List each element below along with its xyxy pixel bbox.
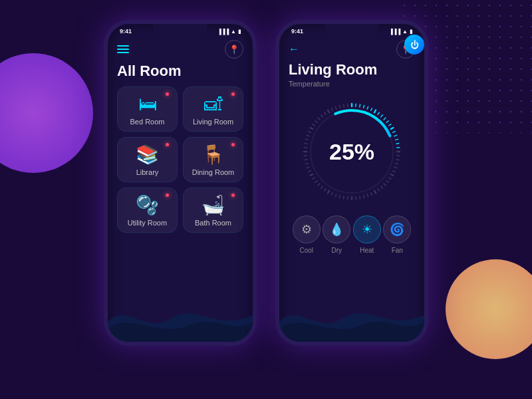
svg-line-67 xyxy=(332,108,333,111)
room-icon: 📚 xyxy=(136,146,159,164)
control-fan[interactable]: 🌀 Fan xyxy=(383,215,411,254)
status-time-2: 9:41 xyxy=(291,28,303,35)
wifi-icon-2: ▲ xyxy=(402,29,408,35)
svg-line-58 xyxy=(307,135,309,136)
control-circle: ⚙ xyxy=(293,215,321,243)
control-cool[interactable]: ⚙ Cool xyxy=(293,215,321,254)
svg-line-32 xyxy=(367,194,368,197)
phone-living-room: 9:41 ▐▐▐ ▲ ▮ ← 📍 Living Room Temperature… xyxy=(275,20,428,346)
room-grid: 🛏 Bed Room 🛋 Living Room 📚 Library 🪑 Din… xyxy=(117,86,243,233)
wave-decoration-2 xyxy=(279,295,424,342)
svg-line-38 xyxy=(343,196,344,199)
svg-line-13 xyxy=(393,132,396,133)
controls-row: ⚙ Cool 💧 Dry ☀ Heat 🌀 Fan xyxy=(289,215,415,254)
phone2-header: ← 📍 xyxy=(289,37,415,59)
svg-line-6 xyxy=(374,110,376,112)
wave-decoration-1 xyxy=(108,295,253,342)
room-card-library[interactable]: 📚 Library xyxy=(117,137,178,182)
phone-notch-2 xyxy=(325,24,378,39)
svg-line-23 xyxy=(393,171,396,172)
svg-line-16 xyxy=(396,143,399,144)
svg-line-27 xyxy=(384,184,386,186)
wifi-icon: ▲ xyxy=(231,29,236,35)
svg-line-63 xyxy=(318,118,320,120)
control-label: Dry xyxy=(331,247,342,254)
signal-icon-2: ▐▐▐ xyxy=(389,29,400,35)
svg-line-61 xyxy=(313,124,315,126)
control-label: Heat xyxy=(360,247,374,254)
svg-line-9 xyxy=(384,118,386,120)
svg-line-60 xyxy=(311,128,313,129)
svg-line-50 xyxy=(307,167,309,168)
room-name: Bed Room xyxy=(130,118,165,126)
room-card-living-room[interactable]: 🛋 Living Room xyxy=(183,86,243,132)
svg-line-42 xyxy=(328,191,329,193)
svg-line-57 xyxy=(305,139,308,140)
back-button[interactable]: ← xyxy=(289,43,299,55)
svg-line-45 xyxy=(318,184,320,186)
control-circle: 🌀 xyxy=(383,215,411,243)
control-dry[interactable]: 💧 Dry xyxy=(323,215,350,254)
svg-line-25 xyxy=(389,178,391,179)
phone-all-room: 9:41 ▐▐▐ ▲ ▮ 📍 All Room 🛏 Bed Room 🛋 Liv… xyxy=(104,20,257,346)
svg-line-66 xyxy=(328,110,329,112)
svg-line-43 xyxy=(325,189,326,191)
svg-line-11 xyxy=(389,124,391,126)
svg-line-8 xyxy=(381,115,383,117)
svg-line-40 xyxy=(335,194,336,197)
svg-line-62 xyxy=(315,121,317,123)
battery-icon: ▮ xyxy=(238,29,241,35)
power-button[interactable]: ⏻ xyxy=(404,35,424,55)
room-card-utility-room[interactable]: 🫧 Utility Room xyxy=(117,188,178,233)
svg-line-29 xyxy=(378,189,379,191)
temperature-header: Temperature ⏻ xyxy=(289,80,415,93)
svg-line-69 xyxy=(339,105,340,108)
location-icon-btn[interactable]: 📍 xyxy=(225,40,243,59)
svg-line-48 xyxy=(311,174,313,176)
status-time-1: 9:41 xyxy=(120,28,132,35)
battery-icon-2: ▮ xyxy=(410,29,412,35)
svg-line-21 xyxy=(396,164,398,164)
room-card-bed-room[interactable]: 🛏 Bed Room xyxy=(117,86,178,132)
room-name: Library xyxy=(136,168,159,176)
status-icons-2: ▐▐▐ ▲ ▮ xyxy=(389,29,412,35)
svg-line-47 xyxy=(313,178,315,179)
control-label: Fan xyxy=(392,247,403,254)
temperature-label: Temperature xyxy=(289,80,330,88)
svg-line-3 xyxy=(364,105,364,108)
page-title-all-room: All Room xyxy=(117,63,243,80)
room-icon: 🪑 xyxy=(201,146,225,164)
svg-line-52 xyxy=(305,160,307,160)
room-icon: 🛏 xyxy=(138,95,157,114)
svg-line-33 xyxy=(364,196,364,198)
signal-icon: ▐▐▐ xyxy=(217,29,229,35)
room-name: Living Room xyxy=(193,118,233,126)
svg-line-15 xyxy=(396,139,398,140)
room-icon: 🛁 xyxy=(201,196,225,215)
svg-line-4 xyxy=(367,106,368,109)
svg-line-39 xyxy=(339,196,340,198)
menu-icon[interactable] xyxy=(117,45,129,53)
room-icon: 🫧 xyxy=(136,196,159,215)
room-card-bath-room[interactable]: 🛁 Bath Room xyxy=(183,188,243,233)
svg-line-51 xyxy=(305,164,308,164)
svg-line-22 xyxy=(394,167,397,168)
phone2-content: ← 📍 Living Room Temperature ⏻ xyxy=(279,35,424,332)
control-circle: ☀ xyxy=(353,215,381,243)
svg-line-28 xyxy=(381,186,383,188)
control-label: Cool xyxy=(299,247,313,254)
svg-line-68 xyxy=(335,106,336,109)
svg-line-30 xyxy=(374,191,376,193)
svg-line-64 xyxy=(321,115,323,117)
room-card-dining-room[interactable]: 🪑 Dining Room xyxy=(183,137,243,182)
control-heat[interactable]: ☀ Heat xyxy=(353,215,381,254)
bg-decoration-purple xyxy=(0,53,93,173)
svg-line-56 xyxy=(305,143,307,144)
svg-line-49 xyxy=(309,171,311,172)
svg-line-70 xyxy=(343,104,344,107)
phones-wrapper: 9:41 ▐▐▐ ▲ ▮ 📍 All Room 🛏 Bed Room 🛋 Liv… xyxy=(104,20,428,346)
svg-line-26 xyxy=(386,181,388,183)
gauge-value: 25% xyxy=(329,139,374,165)
room-name: Utility Room xyxy=(128,219,167,227)
phone1-header: 📍 xyxy=(117,37,243,59)
